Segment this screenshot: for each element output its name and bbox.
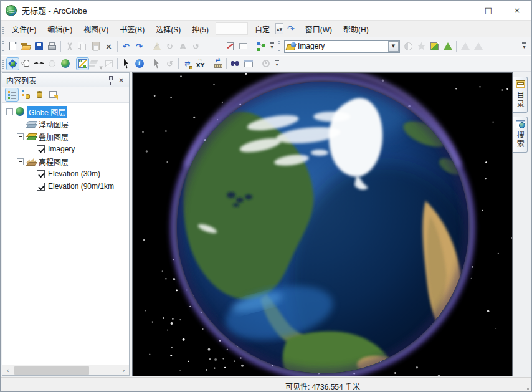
measure-tool[interactable]: ⇄ (212, 58, 224, 70)
pin-icon[interactable] (105, 75, 116, 85)
catalog-tab[interactable]: 目录 (513, 77, 528, 113)
copy-icon[interactable] (77, 41, 88, 52)
toolbar-grip[interactable] (2, 41, 4, 51)
shading-icon[interactable] (472, 41, 484, 52)
floating-redo-icon[interactable]: ↷ (287, 24, 295, 34)
select-elements-tool[interactable] (151, 58, 163, 70)
print-button[interactable] (46, 41, 58, 52)
menu-geoprocessing[interactable]: 抻(5) (186, 21, 214, 37)
open-document-button[interactable] (20, 41, 32, 52)
close-button[interactable]: × (503, 1, 531, 20)
menu-view[interactable]: 视图(V) (78, 21, 114, 37)
undo-button[interactable]: ↶ (120, 41, 132, 52)
tools-toolbar-grip[interactable] (2, 59, 4, 69)
tree-label-imagery[interactable]: Imagery (48, 145, 75, 153)
tree-item-elevation-90m[interactable]: Elevation (90m/1km (2, 180, 129, 193)
lighting-icon[interactable] (459, 41, 471, 52)
contrast-icon[interactable] (402, 41, 414, 52)
maximize-button[interactable]: □ (474, 1, 503, 20)
menubar-grip[interactable] (2, 24, 4, 34)
collapse-icon[interactable] (17, 158, 24, 165)
protractor-icon[interactable] (151, 41, 163, 52)
time-slider-button[interactable] (260, 58, 272, 70)
right-dock-strip: 目录 搜索 (513, 72, 531, 377)
tree-label-draped[interactable]: 叠加图层 (39, 131, 69, 142)
elevation-90m-checkbox[interactable] (37, 183, 45, 191)
list-by-drawing-order-button[interactable] (6, 88, 18, 101)
layer-combobox[interactable]: Imagery ▼ (284, 40, 400, 53)
toolbar-spinner-button[interactable]: ▲▼ (275, 23, 283, 34)
identify-tool[interactable]: i (133, 58, 145, 70)
menu-help[interactable]: 帮助(H) (338, 21, 374, 37)
list-by-source-button[interactable] (19, 88, 32, 101)
elevation-30m-checkbox[interactable] (37, 170, 45, 178)
brightness-icon[interactable] (416, 41, 427, 52)
layer-combo-dropdown-button[interactable]: ▼ (388, 41, 399, 52)
full-extent-button[interactable] (59, 58, 71, 70)
toolbar-overflow-icon[interactable]: ▾ (520, 41, 528, 52)
add-data-icon[interactable] (224, 41, 236, 52)
menu-selection[interactable]: 选择(S) (150, 21, 186, 37)
tree-item-globe-layers[interactable]: Globe 图层 (2, 105, 129, 118)
collapse-icon[interactable] (6, 108, 13, 115)
transparency-icon[interactable] (442, 41, 454, 52)
tree-item-floating-layers[interactable]: 浮动图层 (2, 118, 129, 130)
toc-horizontal-scrollbar[interactable]: ‹ › (2, 365, 129, 375)
effects-toolbar-grip[interactable] (278, 41, 280, 51)
redo-button[interactable]: ↷ (133, 41, 145, 52)
globe-viewport[interactable] (132, 72, 513, 376)
delete-icon[interactable]: × (103, 41, 115, 52)
resize-grip[interactable] (527, 388, 529, 390)
paste-icon[interactable] (90, 41, 102, 52)
save-button[interactable] (33, 41, 45, 52)
tree-label-elevation-90m[interactable]: Elevation (90m/1km (48, 182, 114, 191)
tree-item-imagery[interactable]: Imagery (2, 143, 129, 155)
tree-item-elevation-layers[interactable]: 高程图层 (2, 155, 129, 168)
zoom-to-selected-button[interactable] (103, 58, 115, 70)
tree-label-elevation-30m[interactable]: Elevation (30m) (48, 170, 100, 178)
rotate-icon[interactable]: ↻ (164, 41, 176, 52)
menu-customize[interactable]: 自定 (249, 21, 275, 37)
viewer-window-icon[interactable] (237, 41, 249, 52)
menu-bookmarks[interactable]: 书签(B) (114, 21, 150, 37)
html-popup-tool[interactable] (242, 58, 254, 70)
clear-selection-icon[interactable]: ↺ (164, 58, 176, 70)
navigation-mode-button[interactable] (77, 58, 88, 70)
select-features-tool[interactable] (120, 58, 132, 70)
collapse-icon[interactable] (17, 133, 24, 140)
minimize-button[interactable]: — (445, 1, 474, 20)
tree-item-elevation-30m[interactable]: Elevation (30m) (2, 168, 129, 180)
scroll-right-icon[interactable]: › (118, 365, 129, 376)
label-tool-icon[interactable]: A (177, 41, 189, 52)
find-tool[interactable] (229, 58, 241, 70)
swipe-layer-icon[interactable] (429, 41, 440, 52)
tree-label-elevation[interactable]: 高程图层 (39, 156, 69, 167)
toc-close-icon[interactable]: × (116, 75, 126, 85)
go-to-xy-button[interactable]: ↷XY (194, 58, 206, 70)
imagery-checkbox[interactable] (37, 145, 45, 153)
scrollbar-thumb[interactable] (14, 366, 89, 375)
rotate-back-icon[interactable]: ↺ (190, 41, 202, 52)
fly-tool-button[interactable] (33, 58, 45, 70)
list-by-visibility-button[interactable] (33, 88, 45, 101)
center-on-target-button[interactable] (46, 58, 58, 70)
pan-tool-button[interactable] (20, 58, 32, 70)
tree-label-globe[interactable]: Globe 图层 (27, 106, 67, 118)
tree-label-floating[interactable]: 浮动图层 (39, 119, 69, 130)
menu-edit[interactable]: 编辑(E) (42, 21, 78, 37)
navigate-tool-button[interactable] (7, 58, 19, 70)
tools-overflow-icon[interactable]: ▾ (273, 58, 281, 70)
menu-window[interactable]: 窗口(W) (300, 21, 338, 37)
menu-file[interactable]: 文件(F) (6, 21, 42, 37)
search-tab[interactable]: 搜索 (513, 117, 528, 153)
fixed-zoom-in-button[interactable]: ⇄ (181, 58, 193, 70)
cut-icon[interactable] (64, 41, 75, 52)
list-by-selection-button[interactable] (47, 88, 59, 101)
zoom-to-layer-dropdown[interactable]: ▼ (90, 58, 102, 70)
elevation-layers-icon (26, 157, 36, 166)
toolbar-dropdown-icon[interactable]: ▾ (268, 41, 276, 52)
model-builder-icon[interactable] (255, 41, 267, 52)
new-document-button[interactable] (7, 41, 19, 52)
scroll-left-icon[interactable]: ‹ (2, 365, 13, 376)
tree-item-draped-layers[interactable]: 叠加图层 (2, 130, 129, 143)
